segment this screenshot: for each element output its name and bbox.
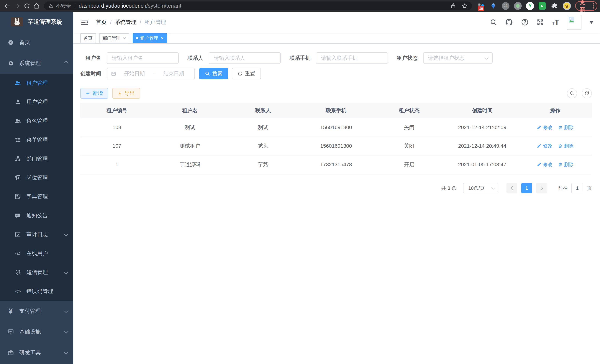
bookmark-star-icon[interactable] — [462, 3, 468, 9]
goto-page-input[interactable] — [572, 183, 583, 193]
extension-y-icon[interactable]: Y — [526, 2, 534, 10]
table-toolbar: 新增 导出 — [80, 88, 592, 99]
reset-button[interactable]: 重置 — [232, 68, 261, 79]
delete-link[interactable]: 删除 — [558, 143, 574, 149]
delete-link[interactable]: 删除 — [558, 161, 574, 168]
avatar[interactable] — [567, 15, 581, 29]
yen-icon: ¥ — [7, 308, 14, 315]
mobile-input[interactable] — [321, 55, 383, 61]
page-url: dashboard.yudao.iocoder.cn/system/tenant — [79, 3, 181, 9]
edit-link[interactable]: 修改 — [537, 143, 553, 149]
sidebar-item-dict[interactable]: 字典管理 — [0, 187, 73, 206]
sidebar-item-dept[interactable]: 部门管理 — [0, 149, 73, 168]
close-icon[interactable]: × — [161, 36, 164, 41]
search-button[interactable]: 搜索 — [199, 68, 228, 79]
hamburger-icon[interactable] — [81, 18, 89, 26]
font-size-icon[interactable]: TT — [552, 19, 559, 26]
browser-back-icon[interactable] — [3, 1, 12, 11]
export-button[interactable]: 导出 — [112, 88, 140, 99]
status-select[interactable]: 请选择租户状态 — [423, 52, 493, 64]
sidebar-item-home[interactable]: 首页 — [0, 32, 73, 53]
sidebar-item-menu[interactable]: 菜单管理 — [0, 131, 73, 149]
sidebar-item-sms[interactable]: 短信管理 — [0, 263, 73, 282]
app-logo[interactable]: 芋道管理系统 — [0, 12, 73, 32]
extension-messenger-icon[interactable]: ▸ — [538, 2, 547, 10]
gear-icon — [7, 60, 14, 67]
broadcast-icon — [14, 250, 21, 257]
browser-forward-icon[interactable] — [12, 1, 22, 11]
profile-avatar-icon[interactable] — [562, 2, 571, 10]
header-search-icon[interactable] — [490, 19, 497, 26]
chevron-down-icon — [485, 56, 488, 60]
refresh-table-icon[interactable] — [582, 88, 592, 98]
show-search-toggle-icon[interactable] — [567, 88, 577, 98]
sidebar: 芋道管理系统 首页 系统管理 租户管理 — [0, 12, 73, 364]
sidebar-item-tenant[interactable]: 租户管理 — [0, 74, 73, 93]
menu-tree-icon — [14, 137, 21, 143]
close-icon[interactable]: × — [123, 36, 126, 41]
delete-link[interactable]: 删除 — [558, 124, 574, 131]
extension-tabs-icon[interactable]: 10 — [477, 2, 485, 10]
tags-view: 首页 部门管理 × 租户管理 × — [73, 33, 600, 44]
breadcrumb-home[interactable]: 首页 — [96, 19, 107, 26]
end-date-placeholder[interactable]: 结束日期 — [157, 70, 191, 77]
edit-link[interactable]: 修改 — [537, 124, 553, 131]
browser-reload-icon[interactable] — [22, 1, 32, 11]
chevron-down-icon — [64, 329, 68, 334]
page-size-select[interactable]: 10条/页 — [463, 183, 498, 193]
tab-tenant[interactable]: 租户管理 × — [133, 33, 167, 43]
user-icon — [14, 99, 21, 105]
sidebar-item-infra[interactable]: 基础设施 — [0, 322, 73, 342]
add-button[interactable]: 新增 — [80, 88, 108, 99]
fullscreen-icon[interactable] — [536, 19, 544, 26]
role-users-icon — [14, 118, 21, 124]
sidebar-item-user[interactable]: 用户管理 — [0, 93, 73, 112]
tab-dept[interactable]: 部门管理 × — [99, 33, 129, 43]
filter-tenant-name: 租户名 — [80, 52, 179, 64]
sidebar-item-error-code[interactable]: </> 错误码管理 — [0, 282, 73, 301]
address-bar[interactable]: 不安全 dashboard.yudao.iocoder.cn/system/te… — [44, 1, 472, 10]
filter-mobile: 联系手机 — [290, 52, 388, 64]
sidebar-item-online-user[interactable]: 在线用户 — [0, 244, 73, 263]
id-badge-icon — [14, 174, 21, 181]
sidebar-item-notice[interactable]: 通知公告 — [0, 206, 73, 225]
plus-icon — [85, 91, 90, 96]
breadcrumb-system[interactable]: 系统管理 — [115, 19, 136, 26]
browser-menu-icon[interactable] — [593, 3, 594, 9]
chrome-update-button[interactable]: 更新 — [575, 1, 597, 11]
refresh-icon — [237, 71, 243, 76]
extension-kite-icon[interactable] — [489, 2, 497, 10]
security-label: 不安全 — [56, 3, 71, 9]
sidebar-item-devtools[interactable]: 研发工具 — [0, 342, 73, 363]
sidebar-item-payment[interactable]: ¥ 支付管理 — [0, 301, 73, 322]
chevron-up-icon — [64, 61, 68, 65]
help-icon[interactable] — [521, 18, 529, 26]
sidebar-item-post[interactable]: 岗位管理 — [0, 168, 73, 187]
prev-page-button[interactable] — [506, 183, 517, 193]
tab-home[interactable]: 首页 — [80, 33, 96, 43]
extension-record-icon[interactable] — [514, 2, 522, 10]
share-icon[interactable] — [450, 3, 456, 9]
sidebar-item-role[interactable]: 角色管理 — [0, 112, 73, 131]
extensions-puzzle-icon[interactable] — [550, 2, 559, 10]
contact-input[interactable] — [214, 55, 276, 61]
chevron-down-icon — [64, 350, 68, 354]
browser-toolbar: 不安全 dashboard.yudao.iocoder.cn/system/te… — [0, 0, 600, 12]
current-page[interactable]: 1 — [521, 183, 532, 193]
sidebar-item-system[interactable]: 系统管理 — [0, 53, 73, 74]
status-text: 开启 — [373, 161, 446, 168]
tenant-name-input[interactable] — [112, 55, 174, 61]
extension-command-icon[interactable]: ⌘ — [501, 2, 510, 10]
caret-down-icon[interactable] — [589, 21, 594, 24]
extensions-area: 10 ⌘ Y ▸ — [477, 2, 571, 10]
start-date-placeholder[interactable]: 开始日期 — [117, 70, 151, 77]
edit-link[interactable]: 修改 — [537, 161, 553, 168]
github-icon[interactable] — [505, 18, 513, 26]
sidebar-item-audit-log[interactable]: 审计日志 — [0, 225, 73, 244]
next-page-button[interactable] — [536, 183, 547, 193]
filter-status: 租户状态 请选择租户状态 — [397, 52, 493, 64]
date-range-picker[interactable]: 开始日期 - 结束日期 — [107, 68, 195, 79]
filter-create-time: 创建时间 开始日期 - 结束日期 — [80, 68, 195, 79]
browser-home-icon[interactable] — [32, 1, 41, 11]
filter-contact: 联系人 — [188, 52, 281, 64]
